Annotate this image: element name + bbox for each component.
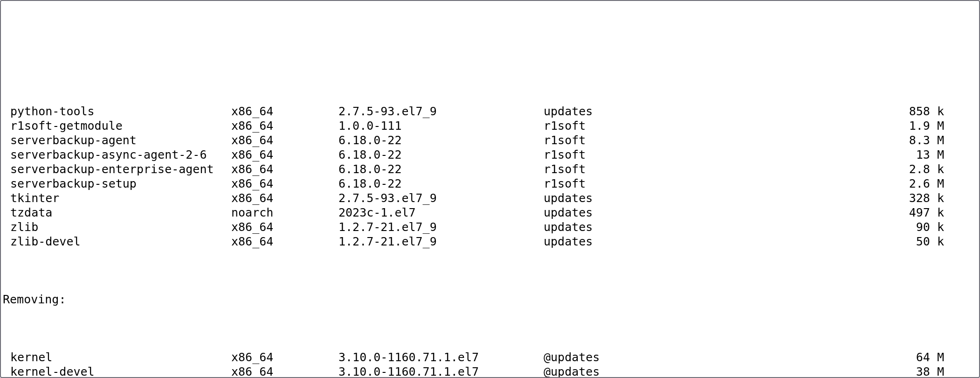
package-version: 3.10.0-1160.71.1.el7 — [338, 364, 544, 378]
package-repo: @updates — [544, 364, 697, 378]
table-row: zlib-develx86_641.2.7-21.el7_9updates50 … — [3, 234, 979, 249]
package-repo: r1soft — [544, 176, 697, 191]
package-version: 1.2.7-21.el7_9 — [338, 220, 544, 234]
package-size: 38 M — [697, 364, 947, 378]
package-arch: x86_64 — [231, 133, 338, 147]
package-arch: noarch — [231, 205, 338, 220]
table-row: zlibx86_641.2.7-21.el7_9updates90 k — [3, 220, 979, 234]
package-arch: x86_64 — [231, 162, 338, 176]
package-name: serverbackup-async-agent-2-6 — [3, 147, 231, 162]
package-version: 6.18.0-22 — [338, 147, 544, 162]
package-name: zlib-devel — [3, 234, 231, 249]
table-row: serverbackup-agentx86_646.18.0-22r1soft8… — [3, 133, 979, 147]
package-name: serverbackup-setup — [3, 176, 231, 191]
table-row: r1soft-getmodulex86_641.0.0-111r1soft1.9… — [3, 119, 979, 133]
package-name: serverbackup-agent — [3, 133, 231, 147]
package-name: tzdata — [3, 205, 231, 220]
package-arch: x86_64 — [231, 176, 338, 191]
package-size: 2.6 M — [697, 176, 947, 191]
package-version: 1.2.7-21.el7_9 — [338, 234, 544, 249]
package-version: 2023c-1.el7 — [338, 205, 544, 220]
package-arch: x86_64 — [231, 191, 338, 205]
package-list: python-toolsx86_642.7.5-93.el7_9updates8… — [3, 104, 979, 249]
removing-heading: Removing: — [3, 292, 979, 307]
package-size: 90 k — [697, 220, 947, 234]
package-name: serverbackup-enterprise-agent — [3, 162, 231, 176]
package-version: 6.18.0-22 — [338, 162, 544, 176]
package-version: 2.7.5-93.el7_9 — [338, 191, 544, 205]
package-size: 50 k — [697, 234, 947, 249]
package-arch: x86_64 — [231, 104, 338, 119]
package-repo: r1soft — [544, 119, 697, 133]
package-size: 13 M — [697, 147, 947, 162]
table-row: serverbackup-async-agent-2-6x86_646.18.0… — [3, 147, 979, 162]
package-repo: r1soft — [544, 133, 697, 147]
package-size: 1.9 M — [697, 119, 947, 133]
package-arch: x86_64 — [231, 220, 338, 234]
package-repo: r1soft — [544, 162, 697, 176]
removing-label: Removing: — [3, 292, 231, 307]
package-repo: updates — [544, 205, 697, 220]
table-row: kernelx86_643.10.0-1160.71.1.el7@updates… — [3, 350, 979, 364]
package-version: 6.18.0-22 — [338, 176, 544, 191]
package-name: kernel — [3, 350, 231, 364]
package-name: tkinter — [3, 191, 231, 205]
package-version: 2.7.5-93.el7_9 — [338, 104, 544, 119]
table-row: serverbackup-enterprise-agentx86_646.18.… — [3, 162, 979, 176]
package-version: 3.10.0-1160.71.1.el7 — [338, 350, 544, 364]
package-arch: x86_64 — [231, 364, 338, 378]
table-row: serverbackup-setupx86_646.18.0-22r1soft2… — [3, 176, 979, 191]
package-version: 1.0.0-111 — [338, 119, 544, 133]
package-size: 497 k — [697, 205, 947, 220]
package-repo: updates — [544, 234, 697, 249]
package-arch: x86_64 — [231, 350, 338, 364]
package-size: 8.3 M — [697, 133, 947, 147]
removing-list: kernelx86_643.10.0-1160.71.1.el7@updates… — [3, 350, 979, 378]
package-repo: updates — [544, 220, 697, 234]
table-row: python-toolsx86_642.7.5-93.el7_9updates8… — [3, 104, 979, 119]
package-repo: updates — [544, 104, 697, 119]
package-repo: @updates — [544, 350, 697, 364]
table-row: tkinterx86_642.7.5-93.el7_9updates328 k — [3, 191, 979, 205]
package-name: r1soft-getmodule — [3, 119, 231, 133]
table-row: tzdatanoarch2023c-1.el7updates497 k — [3, 205, 979, 220]
package-arch: x86_64 — [231, 119, 338, 133]
package-arch: x86_64 — [231, 234, 338, 249]
package-size: 64 M — [697, 350, 947, 364]
package-repo: updates — [544, 191, 697, 205]
package-size: 858 k — [697, 104, 947, 119]
package-name: zlib — [3, 220, 231, 234]
package-name: python-tools — [3, 104, 231, 119]
package-name: kernel-devel — [3, 364, 231, 378]
package-arch: x86_64 — [231, 147, 338, 162]
table-row: kernel-develx86_643.10.0-1160.71.1.el7@u… — [3, 364, 979, 378]
package-size: 2.8 k — [697, 162, 947, 176]
package-repo: r1soft — [544, 147, 697, 162]
package-size: 328 k — [697, 191, 947, 205]
terminal-output[interactable]: python-toolsx86_642.7.5-93.el7_9updates8… — [1, 59, 979, 378]
package-version: 6.18.0-22 — [338, 133, 544, 147]
